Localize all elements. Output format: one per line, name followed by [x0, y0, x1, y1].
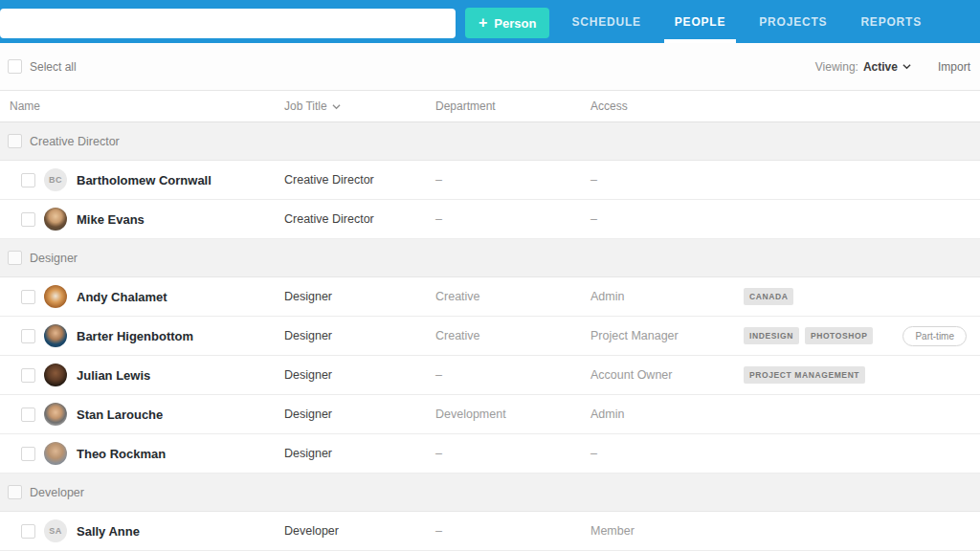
person-name[interactable]: Barter Higenbottom	[77, 329, 193, 343]
chevron-down-icon	[902, 62, 911, 71]
select-all-label: Select all	[30, 60, 77, 74]
department-cell: Creative	[435, 290, 590, 303]
avatar	[44, 442, 67, 465]
tag: PROJECT MANAGEMENT	[744, 366, 865, 384]
list-toolbar: Select all Viewing: Active Import	[0, 43, 980, 91]
table-row[interactable]: SA Sally Anne Developer – Member	[0, 512, 980, 551]
group-label: Designer	[30, 252, 78, 265]
table-row[interactable]: Mike Evans Creative Director – –	[0, 200, 980, 239]
access-cell: Account Owner	[590, 368, 744, 382]
job-title-cell: Designer	[284, 447, 435, 460]
avatar	[44, 285, 67, 308]
add-person-label: Person	[494, 16, 536, 31]
tab-reports[interactable]: REPORTS	[860, 0, 922, 43]
group-row-developer[interactable]: Developer	[0, 474, 980, 512]
access-cell: Admin	[590, 290, 744, 303]
job-title-cell: Developer	[284, 524, 435, 538]
sort-chevron-down-icon	[332, 102, 341, 111]
add-person-button[interactable]: + Person	[465, 8, 549, 38]
table-row[interactable]: Stan Larouche Designer Development Admin	[0, 395, 980, 434]
import-button[interactable]: Import	[938, 60, 970, 74]
person-name[interactable]: Sally Anne	[77, 524, 140, 539]
access-cell: Project Manager	[590, 329, 744, 342]
tag: CANADA	[744, 288, 793, 305]
department-cell: –	[435, 368, 590, 382]
group-label: Creative Director	[30, 135, 120, 148]
search-input[interactable]	[0, 9, 456, 38]
access-cell: Admin	[590, 408, 744, 421]
department-cell: Development	[435, 408, 590, 421]
department-cell: –	[435, 447, 590, 460]
employment-type-badge: Part-time	[902, 326, 967, 346]
select-all-control[interactable]: Select all	[8, 59, 77, 74]
person-name[interactable]: Bartholomew Cornwall	[77, 173, 212, 187]
group-checkbox[interactable]	[8, 134, 22, 148]
job-title-cell: Designer	[284, 408, 435, 421]
group-checkbox[interactable]	[8, 251, 22, 265]
row-checkbox[interactable]	[21, 368, 35, 383]
avatar	[44, 208, 67, 231]
column-header-department[interactable]: Department	[435, 99, 590, 113]
table-row[interactable]: Julian Lewis Designer – Account Owner PR…	[0, 356, 980, 395]
job-title-cell: Designer	[284, 368, 435, 382]
tab-people[interactable]: PEOPLE	[675, 0, 725, 43]
tab-projects[interactable]: PROJECTS	[759, 0, 827, 43]
tags-cell: PROJECT MANAGEMENT	[744, 366, 895, 384]
row-checkbox[interactable]	[21, 524, 35, 539]
row-checkbox[interactable]	[21, 173, 35, 187]
access-cell: Member	[590, 524, 744, 538]
table-header-row: Name Job Title Department Access	[0, 91, 980, 122]
group-label: Developer	[30, 486, 84, 499]
top-navigation-bar: + Person SCHEDULE PEOPLE PROJECTS REPORT…	[0, 0, 980, 43]
job-title-cell: Designer	[284, 290, 435, 303]
row-checkbox[interactable]	[21, 408, 35, 422]
group-row-creative-director[interactable]: Creative Director	[0, 122, 980, 161]
table-row[interactable]: Theo Rockman Designer – –	[0, 434, 980, 474]
column-header-name[interactable]: Name	[0, 99, 284, 113]
access-cell: –	[590, 212, 744, 226]
group-checkbox[interactable]	[8, 485, 22, 499]
avatar	[44, 364, 67, 386]
person-name[interactable]: Andy Chalamet	[77, 290, 167, 304]
person-name[interactable]: Mike Evans	[77, 212, 145, 227]
access-cell: –	[590, 447, 744, 460]
viewing-value: Active	[863, 60, 898, 74]
tab-schedule[interactable]: SCHEDULE	[571, 0, 640, 43]
job-title-cell: Creative Director	[284, 212, 435, 226]
tag: PHOTOSHOP	[805, 327, 874, 344]
tag: INDESIGN	[744, 327, 799, 344]
table-row[interactable]: BC Bartholomew Cornwall Creative Directo…	[0, 161, 980, 200]
column-header-job-title-label: Job Title	[284, 99, 327, 113]
plus-icon: +	[479, 15, 487, 31]
access-cell: –	[590, 173, 744, 187]
people-page: + Person SCHEDULE PEOPLE PROJECTS REPORT…	[0, 0, 980, 551]
department-cell: –	[435, 173, 590, 187]
tags-cell: CANADA	[744, 288, 895, 305]
person-name[interactable]: Julian Lewis	[77, 368, 150, 383]
avatar: SA	[44, 519, 67, 542]
column-header-access[interactable]: Access	[590, 99, 744, 113]
viewing-label: Viewing:	[815, 60, 858, 74]
department-cell: –	[435, 524, 590, 538]
row-checkbox[interactable]	[21, 329, 35, 343]
department-cell: Creative	[435, 329, 590, 342]
row-checkbox[interactable]	[21, 290, 35, 304]
person-name[interactable]: Stan Larouche	[77, 408, 163, 422]
main-nav-tabs: SCHEDULE PEOPLE PROJECTS REPORTS	[571, 0, 922, 43]
group-row-designer[interactable]: Designer	[0, 239, 980, 277]
avatar: BC	[44, 168, 67, 191]
avatar	[44, 403, 67, 426]
row-checkbox[interactable]	[21, 212, 35, 227]
row-checkbox[interactable]	[21, 447, 35, 461]
avatar	[44, 324, 67, 347]
tags-cell: INDESIGN PHOTOSHOP	[744, 327, 895, 344]
department-cell: –	[435, 212, 590, 226]
job-title-cell: Designer	[284, 329, 435, 342]
table-row[interactable]: Andy Chalamet Designer Creative Admin CA…	[0, 277, 980, 317]
select-all-checkbox[interactable]	[8, 59, 22, 74]
table-row[interactable]: Barter Higenbottom Designer Creative Pro…	[0, 317, 980, 356]
person-name[interactable]: Theo Rockman	[77, 447, 166, 461]
job-title-cell: Creative Director	[284, 173, 435, 187]
column-header-job-title[interactable]: Job Title	[284, 99, 435, 113]
viewing-filter-dropdown[interactable]: Viewing: Active	[815, 60, 911, 74]
